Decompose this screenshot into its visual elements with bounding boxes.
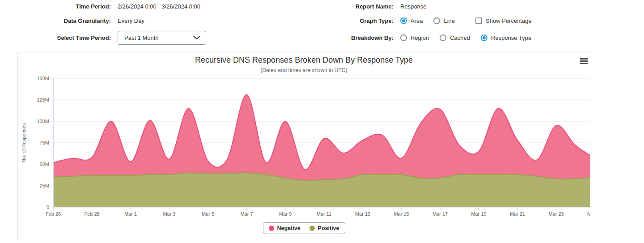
graph-type-option-line[interactable]: Line	[433, 17, 455, 24]
svg-text:125M: 125M	[37, 97, 49, 102]
radio-response-type-label: Response Type	[491, 34, 531, 41]
time-period-label: Time Period:	[0, 3, 111, 10]
svg-text:Mar 21: Mar 21	[510, 211, 525, 217]
svg-text:Feb 28: Feb 28	[84, 211, 99, 217]
chart-legend: Negative Positive	[263, 222, 345, 234]
select-time-period-label: Select Time Period:	[0, 34, 111, 41]
breakdown-option-region[interactable]: Region	[400, 34, 429, 41]
radio-area-label: Area	[411, 17, 423, 24]
legend-item-negative[interactable]: Negative	[268, 225, 300, 231]
graph-type-label: Graph Type:	[286, 17, 394, 24]
svg-text:Mar 5: Mar 5	[202, 211, 214, 217]
svg-text:Mar 9: Mar 9	[279, 211, 292, 217]
radio-cached-label: Cached	[450, 34, 470, 41]
chevron-down-icon	[193, 34, 200, 41]
svg-text:Mar 7: Mar 7	[240, 211, 253, 217]
positive-series-dot	[309, 226, 315, 231]
positive-series-label: Positive	[318, 225, 339, 231]
negative-series-label: Negative	[277, 225, 300, 231]
radio-cached[interactable]	[440, 34, 446, 41]
svg-text:100M: 100M	[37, 119, 49, 124]
report-name-value: Response	[400, 3, 538, 10]
svg-text:Mar 3: Mar 3	[163, 211, 175, 217]
radio-line[interactable]	[433, 17, 440, 24]
svg-text:Mar 23: Mar 23	[548, 211, 564, 217]
chart-title: Recursive DNS Responses Broken Down By R…	[17, 55, 590, 65]
svg-text:25M: 25M	[40, 183, 49, 188]
radio-line-label: Line	[444, 17, 455, 24]
area-chart: 025M50M75M100M125M150MFeb 26Feb 28Mar 1M…	[17, 52, 590, 240]
svg-text:Mar 19: Mar 19	[471, 211, 486, 217]
legend-item-positive[interactable]: Positive	[309, 225, 339, 231]
report-name-label: Report Name:	[286, 3, 394, 10]
svg-text:0: 0	[47, 205, 49, 210]
radio-region[interactable]	[400, 34, 407, 41]
svg-text:150M: 150M	[37, 76, 49, 81]
svg-text:Mar 1: Mar 1	[124, 211, 137, 217]
time-period-dropdown-value: Past 1 Month	[124, 34, 159, 41]
svg-text:Mar 25: Mar 25	[587, 211, 590, 217]
graph-type-option-area[interactable]: Area	[400, 17, 423, 24]
svg-text:Mar 15: Mar 15	[394, 211, 409, 217]
chart-subtitle: (Dates and times are shown in UTC)	[17, 67, 590, 73]
negative-series-dot	[268, 226, 274, 231]
svg-text:No. of Responses: No. of Responses	[21, 123, 26, 162]
radio-response-type[interactable]	[481, 34, 487, 41]
data-granularity-value: Every Day	[118, 17, 206, 24]
data-granularity-label: Data Granularity:	[0, 17, 111, 24]
report-controls: Time Period: 2/26/2024 0:00 - 3/26/2024 …	[0, 0, 644, 50]
svg-text:75M: 75M	[40, 140, 49, 145]
breakdown-by-label: Breakdown By:	[286, 34, 394, 41]
radio-region-label: Region	[411, 34, 429, 41]
left-control-group: Time Period: 2/26/2024 0:00 - 3/26/2024 …	[0, 0, 206, 47]
breakdown-option-response-type[interactable]: Response Type	[481, 34, 531, 41]
time-period-dropdown[interactable]: Past 1 Month	[118, 31, 206, 45]
time-period-value: 2/26/2024 0:00 - 3/26/2024 0:00	[118, 3, 206, 10]
show-percentage-label: Show Percentage	[486, 17, 532, 24]
svg-text:50M: 50M	[40, 162, 49, 167]
svg-text:Feb 26: Feb 26	[46, 211, 61, 217]
svg-text:Mar 17: Mar 17	[432, 211, 448, 217]
dns-responses-chart-panel: 025M50M75M100M125M150MFeb 26Feb 28Mar 1M…	[17, 52, 590, 240]
breakdown-option-cached[interactable]: Cached	[440, 34, 470, 41]
radio-area[interactable]	[400, 17, 407, 24]
svg-text:Mar 11: Mar 11	[317, 211, 331, 217]
right-control-group: Report Name: Response Graph Type: Area L…	[286, 0, 538, 47]
svg-text:Mar 13: Mar 13	[355, 211, 370, 217]
chart-menu-hamburger-icon[interactable]	[580, 58, 588, 64]
show-percentage-checkbox[interactable]	[475, 17, 482, 24]
